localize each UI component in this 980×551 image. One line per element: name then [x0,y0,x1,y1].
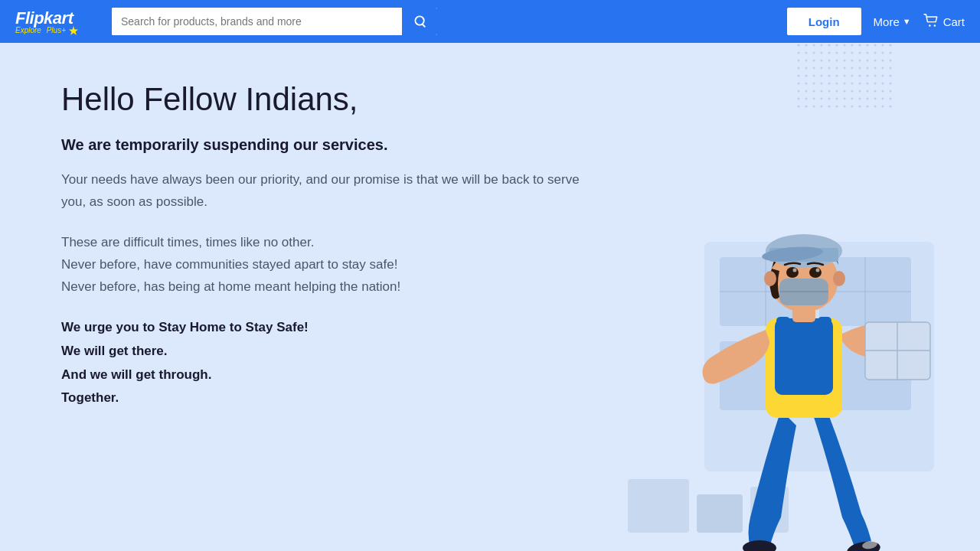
svg-rect-23 [818,317,831,363]
svg-point-36 [809,267,822,278]
svg-point-39 [764,271,776,286]
main-content: Hello Fellow Indians, We are temporarily… [0,43,980,551]
svg-rect-4 [796,43,896,112]
svg-rect-22 [776,317,790,363]
header: Flipkart Explore Plus+ Login More ▼ [0,0,980,43]
svg-point-38 [816,269,820,272]
chevron-down-icon: ▼ [903,17,911,26]
svg-point-37 [793,269,797,272]
svg-point-17 [743,540,776,551]
more-button[interactable]: More ▼ [874,15,911,28]
svg-point-40 [833,271,845,286]
svg-rect-14 [628,479,689,533]
svg-point-35 [786,267,799,278]
search-icon [413,15,426,28]
svg-point-1 [929,24,930,26]
plus-star-icon [69,26,78,35]
cart-icon [923,14,939,30]
delivery-illustration [567,104,965,551]
cart-svg-icon [923,14,939,28]
subheading: We are temporarily suspending our servic… [61,136,582,154]
search-input[interactable] [112,8,402,35]
logo-area: Flipkart Explore Plus+ [15,8,100,35]
page-heading: Hello Fellow Indians, [61,81,582,118]
cart-button[interactable]: Cart [923,14,965,30]
text-section: Hello Fellow Indians, We are temporarily… [61,81,582,410]
login-button[interactable]: Login [787,8,861,35]
svg-point-2 [933,24,935,26]
svg-marker-0 [69,26,78,35]
para-1: Your needs have always been our priority… [61,169,582,214]
svg-rect-15 [697,494,743,533]
logo-tagline: Explore Plus+ [15,26,78,35]
search-button[interactable] [402,8,437,35]
dots-decoration [796,43,888,104]
para-2: These are difficult times, times like no… [61,232,582,298]
para-3: We urge you to Stay Home to Stay Safe! W… [61,316,582,409]
search-bar [112,8,437,35]
